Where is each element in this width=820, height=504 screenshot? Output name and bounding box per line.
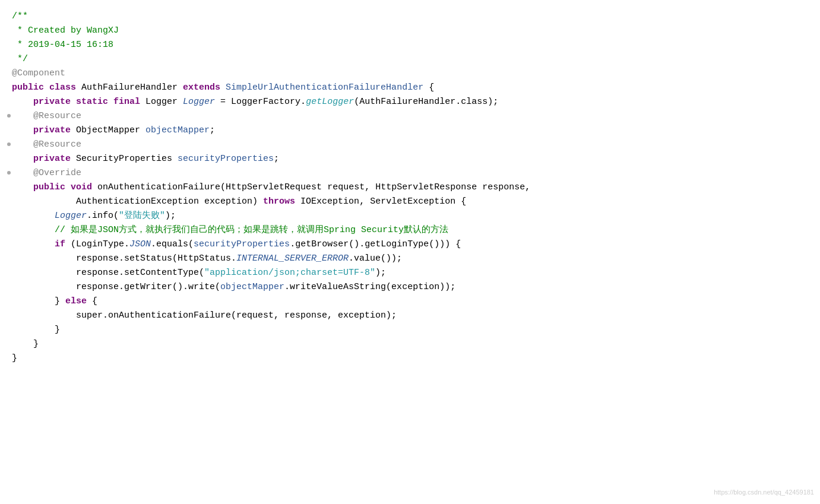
- code-line: } else {: [12, 294, 808, 309]
- code-token: exception: [204, 195, 252, 209]
- code-line: /**: [12, 9, 808, 24]
- code-line: Logger.info("登陆失败");: [12, 209, 808, 223]
- code-token: [12, 152, 33, 166]
- code-token: response.setContentType(: [12, 266, 204, 280]
- code-line: response.setContentType("application/jso…: [12, 266, 808, 280]
- code-token: .writeValueAsString(exception));: [284, 280, 455, 294]
- code-token: SecurityProperties: [76, 152, 178, 166]
- code-token: [12, 180, 33, 195]
- code-token: Logger: [55, 209, 87, 223]
- code-line: */: [12, 52, 808, 66]
- code-token: ObjectMapper: [76, 123, 145, 138]
- code-line: }: [12, 337, 808, 351]
- code-token: .equals(: [151, 237, 194, 252]
- code-token: "application/json;charset=UTF-8": [204, 266, 375, 280]
- code-token: @Resource: [33, 138, 81, 152]
- code-token: /**: [12, 9, 28, 24]
- code-token: ;: [210, 123, 215, 138]
- code-token: }: [12, 337, 39, 351]
- code-token: (LoginType.: [71, 237, 129, 252]
- code-token: public: [33, 180, 71, 195]
- code-token: ): [252, 195, 263, 209]
- code-token: @Override: [33, 166, 81, 180]
- code-token: {: [429, 81, 434, 95]
- code-token: }: [12, 294, 65, 309]
- line-indicator-dot: [7, 142, 11, 146]
- code-line: response.getWriter().write(objectMapper.…: [12, 280, 808, 294]
- code-line: public class AuthFailureHandler extends …: [12, 81, 808, 95]
- code-token: {: [92, 294, 97, 309]
- code-token: ;: [274, 152, 279, 166]
- code-token: , HttpServletResponse: [365, 180, 482, 195]
- line-indicator-dot: [7, 114, 11, 118]
- code-token: public: [12, 81, 49, 95]
- code-token: objectMapper: [145, 123, 210, 138]
- code-token: [12, 166, 33, 180]
- code-line: * Created by WangXJ: [12, 24, 808, 38]
- code-line: @Component: [12, 66, 808, 81]
- code-token: [12, 95, 33, 109]
- code-line: AuthenticationException exception) throw…: [12, 195, 808, 209]
- code-token: @Component: [12, 66, 65, 81]
- code-token: class: [49, 81, 81, 95]
- code-token: .info(: [87, 209, 119, 223]
- code-token: private: [33, 152, 76, 166]
- code-token: @Resource: [33, 109, 81, 123]
- code-token: throws: [263, 195, 300, 209]
- code-token: if: [55, 237, 71, 252]
- code-token: );: [375, 266, 386, 280]
- code-line: private static final Logger Logger = Log…: [12, 95, 808, 109]
- code-token: securityProperties: [194, 237, 290, 252]
- code-token: [12, 209, 55, 223]
- code-token: SimpleUrlAuthenticationFailureHandler: [226, 81, 429, 95]
- code-token: Logger: [145, 95, 183, 109]
- code-token: = LoggerFactory.: [215, 95, 306, 109]
- code-token: final: [113, 95, 145, 109]
- code-token: INTERNAL_SERVER_ERROR: [236, 252, 349, 266]
- code-token: [12, 223, 55, 237]
- code-line: * 2019-04-15 16:18: [12, 38, 808, 52]
- code-token: IOException, ServletException {: [300, 195, 466, 209]
- code-line: }: [12, 323, 808, 337]
- code-token: * Created by WangXJ: [12, 24, 119, 38]
- code-line: public void onAuthenticationFailure(Http…: [12, 180, 808, 195]
- code-token: * 2019-04-15 16:18: [12, 38, 113, 52]
- code-token: extends: [183, 81, 226, 95]
- code-token: private: [33, 95, 76, 109]
- code-token: [12, 237, 55, 252]
- code-line: }: [12, 351, 808, 366]
- code-line: response.setStatus(HttpStatus.INTERNAL_S…: [12, 252, 808, 266]
- code-token: // 如果是JSON方式，就执行我们自己的代码；如果是跳转，就调用Spring …: [55, 223, 448, 237]
- code-token: objectMapper: [220, 280, 284, 294]
- code-content: /** * Created by WangXJ * 2019-04-15 16:…: [12, 9, 808, 366]
- code-token: AuthenticationException: [12, 195, 204, 209]
- code-token: JSON: [129, 237, 151, 252]
- code-token: else: [65, 294, 92, 309]
- code-token: .getBrowser().getLoginType())) {: [290, 237, 461, 252]
- code-token: Logger: [183, 95, 215, 109]
- code-token: [12, 138, 33, 152]
- code-token: }: [12, 323, 60, 337]
- code-token: onAuthenticationFailure: [97, 180, 220, 195]
- code-token: response.getWriter().write(: [12, 280, 220, 294]
- code-token: request: [327, 180, 365, 195]
- code-token: response: [284, 309, 327, 323]
- code-line: @Resource: [12, 109, 808, 123]
- code-token: response.setStatus(HttpStatus.: [12, 252, 236, 266]
- code-line: private ObjectMapper objectMapper;: [12, 123, 808, 138]
- code-line: @Override: [12, 166, 808, 180]
- code-token: private: [33, 123, 76, 138]
- code-token: ,: [525, 180, 530, 195]
- code-token: */: [12, 52, 28, 66]
- code-token: [12, 123, 33, 138]
- code-line: // 如果是JSON方式，就执行我们自己的代码；如果是跳转，就调用Spring …: [12, 223, 808, 237]
- code-token: , exception);: [327, 309, 397, 323]
- code-token: securityProperties: [178, 152, 274, 166]
- code-line: private SecurityProperties securityPrope…: [12, 152, 808, 166]
- code-token: (HttpServletRequest: [220, 180, 327, 195]
- code-line: if (LoginType.JSON.equals(securityProper…: [12, 237, 808, 252]
- code-token: response: [482, 180, 525, 195]
- code-token: getLogger: [306, 95, 354, 109]
- code-token: (AuthFailureHandler.class);: [354, 95, 498, 109]
- code-token: );: [165, 209, 176, 223]
